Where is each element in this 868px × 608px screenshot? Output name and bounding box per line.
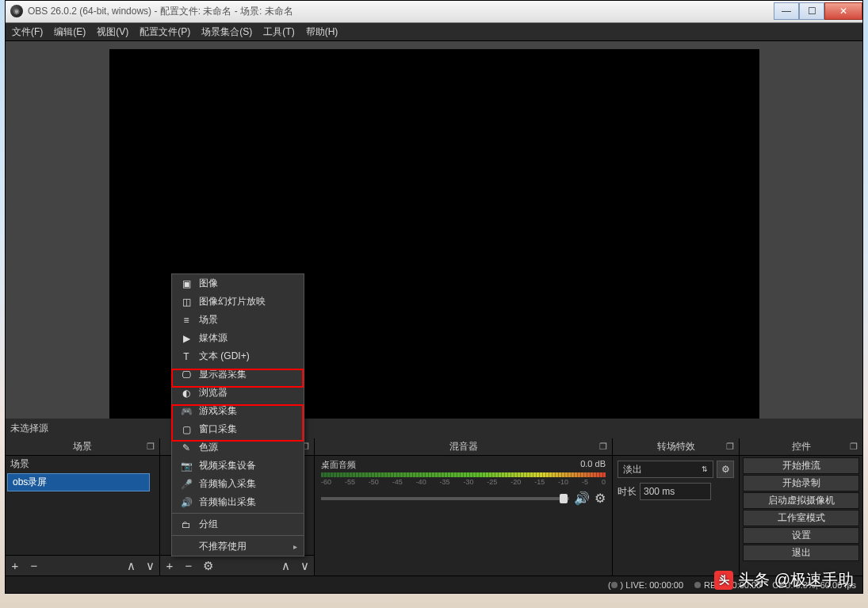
mixer-panel: 混音器 ❐ 桌面音频 0.0 dB -60-55-50-45-40-35-30-… [315,438,613,575]
menu-profile[interactable]: 配置文件(P) [140,25,190,39]
obs-logo-icon: ◉ [10,5,23,17]
scene-item-selected[interactable]: obs录屏 [7,473,150,491]
dock-icon[interactable]: ❐ [848,441,859,452]
duration-label: 时长 [618,485,637,499]
source-type-icon: ◫ [180,296,193,308]
source-type-icon: T [180,351,193,362]
bottom-panels: 场景 ❐ 场景 obs录屏 + − ∧ ∨ ❐ + [6,438,862,575]
source-type-icon: ✎ [180,442,193,453]
source-type-icon: ≡ [180,315,193,326]
source-type-icon: ▶ [180,333,193,344]
menu-tools[interactable]: 工具(T) [263,25,294,39]
source-type-icon: ▢ [180,424,193,435]
menu-item-文本 (GDI+)[interactable]: T文本 (GDI+) [172,347,304,365]
menu-item-窗口采集[interactable]: ▢窗口采集 [172,420,304,438]
audio-channel-name: 桌面音频 [321,459,356,471]
maximize-button[interactable]: ☐ [799,2,824,20]
menu-item-场景[interactable]: ≡场景 [172,311,304,329]
dock-icon[interactable]: ❐ [725,441,736,452]
move-down-button[interactable]: ∨ [298,559,311,573]
menu-help[interactable]: 帮助(H) [306,25,338,39]
controls-header[interactable]: 控件 ❐ [740,438,862,456]
transitions-panel: 转场特效 ❐ 淡出 ⇅ ⚙ 时长 [613,438,740,575]
preview-area[interactable] [6,41,862,419]
titlebar[interactable]: ◉ OBS 26.0.2 (64-bit, windows) - 配置文件: 未… [6,1,862,23]
start-virtualcam-button[interactable]: 启动虚拟摄像机 [743,492,859,509]
move-down-button[interactable]: ∨ [143,559,156,573]
menu-item-图像幻灯片放映[interactable]: ◫图像幻灯片放映 [172,293,304,311]
exit-button[interactable]: 退出 [743,545,859,561]
remove-scene-button[interactable]: − [28,559,40,572]
menu-edit[interactable]: 编辑(E) [54,25,86,39]
transition-settings-button[interactable]: ⚙ [717,461,734,478]
menu-item-浏览器[interactable]: ◐浏览器 [172,384,304,402]
source-type-icon: 📷 [180,461,193,472]
remove-source-button[interactable]: − [182,559,195,572]
scenes-header[interactable]: 场景 ❐ [6,438,159,456]
source-type-icon: ▣ [180,278,193,289]
menu-item-不推荐使用[interactable]: 不推荐使用 [172,537,304,556]
transition-select[interactable]: 淡出 ⇅ [618,461,713,478]
menu-scenecollection[interactable]: 场景集合(S) [201,25,252,39]
source-settings-button[interactable]: ⚙ [201,559,214,573]
mixer-header[interactable]: 混音器 ❐ [315,438,612,456]
audio-level: 0.0 dB [580,459,606,471]
studio-mode-button[interactable]: 工作室模式 [743,510,859,526]
menu-item-分组[interactable]: 🗀分组 [172,515,304,533]
scenes-title: 场景 [73,440,92,453]
audio-channel: 桌面音频 0.0 dB -60-55-50-45-40-35-30-25-20-… [315,456,612,509]
audio-settings-icon[interactable]: ⚙ [595,491,606,506]
audio-mute-icon[interactable]: 🔊 [574,491,590,506]
watermark: 头 头条 @极速手助 [714,569,854,591]
menu-item-音频输入采集[interactable]: 🎤音频输入采集 [172,475,304,493]
menubar: 文件(F) 编辑(E) 视图(V) 配置文件(P) 场景集合(S) 工具(T) … [6,23,862,42]
add-source-context-menu: ▣图像◫图像幻灯片放映≡场景▶媒体源T文本 (GDI+)🖵显示器采集◐浏览器🎮游… [171,273,304,556]
dock-icon[interactable]: ❐ [598,441,609,452]
settings-button[interactable]: 设置 [743,527,859,544]
menu-item-色源[interactable]: ✎色源 [172,438,304,457]
menu-item-音频输出采集[interactable]: 🔊音频输出采集 [172,493,304,511]
source-type-icon: ◐ [180,388,193,399]
menu-item-游戏采集[interactable]: 🎮游戏采集 [172,402,304,420]
transitions-header[interactable]: 转场特效 ❐ [613,438,739,456]
menu-item-媒体源[interactable]: ▶媒体源 [172,329,304,347]
source-type-icon: 🗀 [180,519,193,530]
window-title: OBS 26.0.2 (64-bit, windows) - 配置文件: 未命名… [28,5,774,18]
source-type-icon: 🎮 [180,406,193,417]
source-type-icon: 🔊 [180,497,193,508]
menu-item-视频采集设备[interactable]: 📷视频采集设备 [172,457,304,475]
move-up-button[interactable]: ∧ [279,559,292,573]
controls-panel: 控件 ❐ 开始推流 开始录制 启动虚拟摄像机 工作室模式 设置 退出 [740,438,862,575]
start-streaming-button[interactable]: 开始推流 [743,457,859,474]
live-status: () LIVE: 00:00:00 [608,580,683,590]
menu-item-图像[interactable]: ▣图像 [172,274,304,293]
minimize-button[interactable]: — [774,2,799,20]
source-type-icon: 🖵 [180,369,193,380]
audio-meter [321,472,606,477]
menu-view[interactable]: 视图(V) [97,25,128,39]
obs-window: ◉ OBS 26.0.2 (64-bit, windows) - 配置文件: 未… [5,0,863,594]
chevron-updown-icon: ⇅ [702,465,708,473]
source-selection-label: 未选择源 [6,419,862,438]
dock-icon[interactable]: ❐ [145,441,156,452]
source-type-icon: 🎤 [180,479,193,490]
add-scene-button[interactable]: + [9,559,21,572]
close-button[interactable]: ✕ [824,2,862,20]
scene-item[interactable]: 场景 [6,456,159,472]
start-recording-button[interactable]: 开始录制 [743,475,859,491]
audio-ticks: -60-55-50-45-40-35-30-25-20-15-10-50 [321,478,606,486]
duration-input[interactable] [640,483,711,500]
audio-volume-slider[interactable] [321,497,569,500]
mixer-title: 混音器 [449,440,478,453]
menu-item-显示器采集[interactable]: 🖵显示器采集 [172,365,304,384]
scenes-panel: 场景 ❐ 场景 obs录屏 + − ∧ ∨ [6,438,160,575]
transitions-title: 转场特效 [657,440,695,453]
add-source-button[interactable]: + [163,559,176,572]
move-up-button[interactable]: ∧ [124,559,137,573]
controls-title: 控件 [792,440,811,453]
watermark-logo-icon: 头 [714,571,733,590]
menu-file[interactable]: 文件(F) [12,25,43,39]
